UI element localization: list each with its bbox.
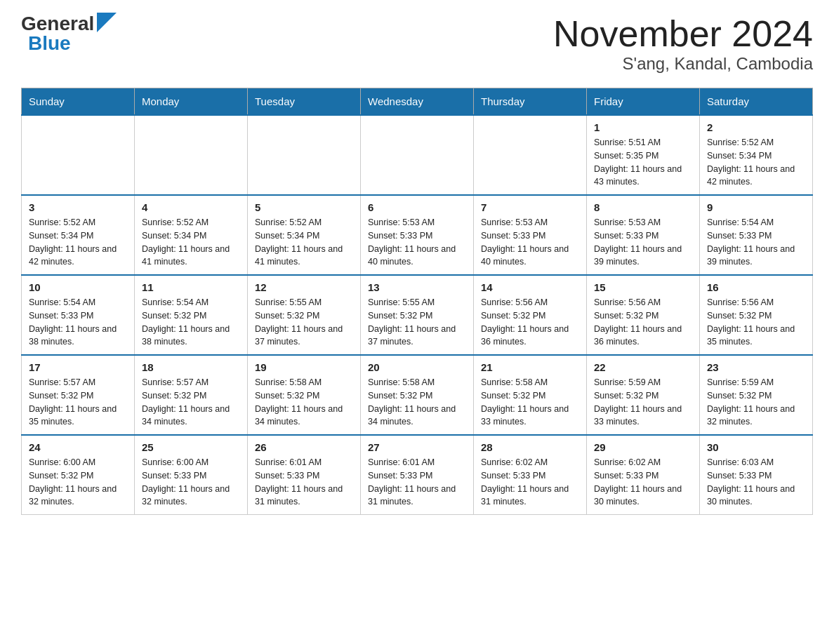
page-header: General Blue November 2024 S'ang, Kandal… xyxy=(21,14,813,74)
calendar-day-cell: 23Sunrise: 5:59 AMSunset: 5:32 PMDayligh… xyxy=(700,355,813,435)
day-number: 17 xyxy=(29,361,127,373)
day-info: Sunrise: 5:54 AMSunset: 5:32 PMDaylight:… xyxy=(142,296,240,349)
day-number: 19 xyxy=(255,361,353,373)
calendar-day-cell xyxy=(248,115,361,195)
calendar-header-row: SundayMondayTuesdayWednesdayThursdayFrid… xyxy=(22,88,813,116)
calendar-week-row: 3Sunrise: 5:52 AMSunset: 5:34 PMDaylight… xyxy=(22,195,813,275)
day-info: Sunrise: 5:52 AMSunset: 5:34 PMDaylight:… xyxy=(142,216,240,269)
day-info: Sunrise: 6:02 AMSunset: 5:33 PMDaylight:… xyxy=(594,456,692,509)
day-number: 11 xyxy=(142,281,240,293)
day-info: Sunrise: 6:01 AMSunset: 5:33 PMDaylight:… xyxy=(368,456,466,509)
day-of-week-header: Tuesday xyxy=(248,88,361,116)
day-number: 25 xyxy=(142,441,240,453)
day-info: Sunrise: 5:53 AMSunset: 5:33 PMDaylight:… xyxy=(594,216,692,269)
calendar-day-cell: 3Sunrise: 5:52 AMSunset: 5:34 PMDaylight… xyxy=(22,195,135,275)
calendar-table: SundayMondayTuesdayWednesdayThursdayFrid… xyxy=(21,88,813,515)
calendar-week-row: 24Sunrise: 6:00 AMSunset: 5:32 PMDayligh… xyxy=(22,435,813,515)
day-number: 14 xyxy=(481,281,579,293)
day-info: Sunrise: 6:01 AMSunset: 5:33 PMDaylight:… xyxy=(255,456,353,509)
day-number: 15 xyxy=(594,281,692,293)
calendar-day-cell: 14Sunrise: 5:56 AMSunset: 5:32 PMDayligh… xyxy=(474,275,587,355)
calendar-day-cell: 5Sunrise: 5:52 AMSunset: 5:34 PMDaylight… xyxy=(248,195,361,275)
day-number: 29 xyxy=(594,441,692,453)
day-number: 5 xyxy=(255,201,353,213)
day-info: Sunrise: 5:59 AMSunset: 5:32 PMDaylight:… xyxy=(594,376,692,429)
day-info: Sunrise: 6:00 AMSunset: 5:33 PMDaylight:… xyxy=(142,456,240,509)
day-number: 16 xyxy=(707,281,805,293)
day-number: 8 xyxy=(594,201,692,213)
day-info: Sunrise: 5:54 AMSunset: 5:33 PMDaylight:… xyxy=(707,216,805,269)
calendar-week-row: 17Sunrise: 5:57 AMSunset: 5:32 PMDayligh… xyxy=(22,355,813,435)
calendar-day-cell: 24Sunrise: 6:00 AMSunset: 5:32 PMDayligh… xyxy=(22,435,135,515)
calendar-day-cell xyxy=(22,115,135,195)
day-info: Sunrise: 5:56 AMSunset: 5:32 PMDaylight:… xyxy=(594,296,692,349)
day-of-week-header: Wednesday xyxy=(361,88,474,116)
calendar-day-cell: 22Sunrise: 5:59 AMSunset: 5:32 PMDayligh… xyxy=(587,355,700,435)
logo-general-text: General xyxy=(21,14,94,34)
calendar-day-cell: 28Sunrise: 6:02 AMSunset: 5:33 PMDayligh… xyxy=(474,435,587,515)
calendar-week-row: 10Sunrise: 5:54 AMSunset: 5:33 PMDayligh… xyxy=(22,275,813,355)
day-number: 30 xyxy=(707,441,805,453)
title-block: November 2024 S'ang, Kandal, Cambodia xyxy=(553,14,813,74)
day-info: Sunrise: 5:58 AMSunset: 5:32 PMDaylight:… xyxy=(255,376,353,429)
calendar-day-cell: 13Sunrise: 5:55 AMSunset: 5:32 PMDayligh… xyxy=(361,275,474,355)
calendar-day-cell: 12Sunrise: 5:55 AMSunset: 5:32 PMDayligh… xyxy=(248,275,361,355)
calendar-day-cell xyxy=(361,115,474,195)
calendar-day-cell: 2Sunrise: 5:52 AMSunset: 5:34 PMDaylight… xyxy=(700,115,813,195)
day-number: 2 xyxy=(707,121,805,133)
calendar-day-cell: 21Sunrise: 5:58 AMSunset: 5:32 PMDayligh… xyxy=(474,355,587,435)
day-info: Sunrise: 5:52 AMSunset: 5:34 PMDaylight:… xyxy=(707,136,805,189)
day-info: Sunrise: 5:57 AMSunset: 5:32 PMDaylight:… xyxy=(29,376,127,429)
day-number: 7 xyxy=(481,201,579,213)
calendar-day-cell: 27Sunrise: 6:01 AMSunset: 5:33 PMDayligh… xyxy=(361,435,474,515)
day-info: Sunrise: 5:54 AMSunset: 5:33 PMDaylight:… xyxy=(29,296,127,349)
calendar-day-cell: 4Sunrise: 5:52 AMSunset: 5:34 PMDaylight… xyxy=(135,195,248,275)
day-number: 18 xyxy=(142,361,240,373)
day-info: Sunrise: 5:57 AMSunset: 5:32 PMDaylight:… xyxy=(142,376,240,429)
day-number: 23 xyxy=(707,361,805,373)
day-info: Sunrise: 6:03 AMSunset: 5:33 PMDaylight:… xyxy=(707,456,805,509)
calendar-week-row: 1Sunrise: 5:51 AMSunset: 5:35 PMDaylight… xyxy=(22,115,813,195)
day-number: 21 xyxy=(481,361,579,373)
calendar-day-cell: 10Sunrise: 5:54 AMSunset: 5:33 PMDayligh… xyxy=(22,275,135,355)
day-of-week-header: Friday xyxy=(587,88,700,116)
calendar-day-cell xyxy=(135,115,248,195)
calendar-day-cell: 1Sunrise: 5:51 AMSunset: 5:35 PMDaylight… xyxy=(587,115,700,195)
logo-triangle-icon xyxy=(97,13,117,32)
day-number: 27 xyxy=(368,441,466,453)
calendar-day-cell: 6Sunrise: 5:53 AMSunset: 5:33 PMDaylight… xyxy=(361,195,474,275)
day-info: Sunrise: 6:02 AMSunset: 5:33 PMDaylight:… xyxy=(481,456,579,509)
calendar-day-cell: 25Sunrise: 6:00 AMSunset: 5:33 PMDayligh… xyxy=(135,435,248,515)
calendar-subtitle: S'ang, Kandal, Cambodia xyxy=(553,54,813,74)
day-number: 12 xyxy=(255,281,353,293)
day-info: Sunrise: 5:56 AMSunset: 5:32 PMDaylight:… xyxy=(481,296,579,349)
calendar-day-cell: 20Sunrise: 5:58 AMSunset: 5:32 PMDayligh… xyxy=(361,355,474,435)
day-number: 26 xyxy=(255,441,353,453)
day-info: Sunrise: 5:55 AMSunset: 5:32 PMDaylight:… xyxy=(368,296,466,349)
day-number: 22 xyxy=(594,361,692,373)
calendar-title: November 2024 xyxy=(553,14,813,54)
calendar-day-cell: 29Sunrise: 6:02 AMSunset: 5:33 PMDayligh… xyxy=(587,435,700,515)
calendar-day-cell xyxy=(474,115,587,195)
logo: General Blue xyxy=(21,14,117,53)
day-of-week-header: Saturday xyxy=(700,88,813,116)
calendar-day-cell: 18Sunrise: 5:57 AMSunset: 5:32 PMDayligh… xyxy=(135,355,248,435)
calendar-day-cell: 26Sunrise: 6:01 AMSunset: 5:33 PMDayligh… xyxy=(248,435,361,515)
calendar-day-cell: 8Sunrise: 5:53 AMSunset: 5:33 PMDaylight… xyxy=(587,195,700,275)
calendar-day-cell: 16Sunrise: 5:56 AMSunset: 5:32 PMDayligh… xyxy=(700,275,813,355)
day-number: 1 xyxy=(594,121,692,133)
day-of-week-header: Sunday xyxy=(22,88,135,116)
calendar-day-cell: 11Sunrise: 5:54 AMSunset: 5:32 PMDayligh… xyxy=(135,275,248,355)
day-number: 28 xyxy=(481,441,579,453)
day-info: Sunrise: 6:00 AMSunset: 5:32 PMDaylight:… xyxy=(29,456,127,509)
day-info: Sunrise: 5:53 AMSunset: 5:33 PMDaylight:… xyxy=(481,216,579,269)
day-number: 4 xyxy=(142,201,240,213)
calendar-day-cell: 7Sunrise: 5:53 AMSunset: 5:33 PMDaylight… xyxy=(474,195,587,275)
day-of-week-header: Monday xyxy=(135,88,248,116)
day-info: Sunrise: 5:51 AMSunset: 5:35 PMDaylight:… xyxy=(594,136,692,189)
day-info: Sunrise: 5:58 AMSunset: 5:32 PMDaylight:… xyxy=(368,376,466,429)
day-info: Sunrise: 5:52 AMSunset: 5:34 PMDaylight:… xyxy=(255,216,353,269)
day-info: Sunrise: 5:58 AMSunset: 5:32 PMDaylight:… xyxy=(481,376,579,429)
day-number: 6 xyxy=(368,201,466,213)
day-info: Sunrise: 5:52 AMSunset: 5:34 PMDaylight:… xyxy=(29,216,127,269)
